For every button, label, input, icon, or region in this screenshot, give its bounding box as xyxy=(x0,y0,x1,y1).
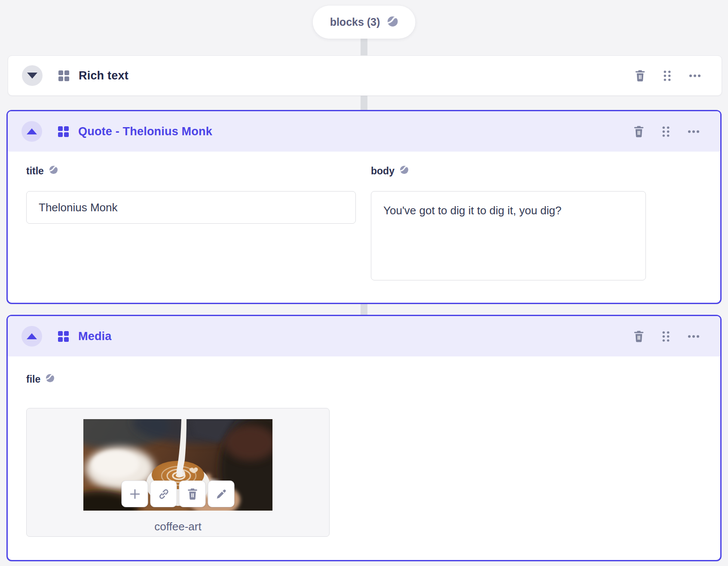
trash-icon xyxy=(633,126,644,137)
delete-block-button[interactable] xyxy=(632,124,646,139)
media-preview xyxy=(83,419,272,511)
body-textarea[interactable]: You've got to dig it to dig it, you dig? xyxy=(371,191,646,280)
trash-icon xyxy=(635,70,645,82)
drag-handle[interactable] xyxy=(660,124,672,139)
block-title: Media xyxy=(78,330,112,343)
more-options-button[interactable] xyxy=(687,72,703,79)
delete-block-button[interactable] xyxy=(632,329,646,344)
link-asset-button[interactable] xyxy=(150,481,177,507)
block-media-body: file xyxy=(8,356,720,560)
title-input[interactable] xyxy=(26,191,356,224)
add-asset-button[interactable] xyxy=(122,481,148,507)
chevron-up-icon xyxy=(27,333,37,339)
body-field-label: body xyxy=(371,165,409,177)
link-icon xyxy=(158,488,169,500)
entry-editor-canvas: blocks (3) Rich text xyxy=(0,0,728,566)
globe-icon xyxy=(387,16,398,29)
ellipsis-icon xyxy=(689,74,701,78)
field-label-text: file xyxy=(26,374,40,385)
ellipsis-icon xyxy=(688,335,700,338)
globe-icon xyxy=(400,165,409,177)
collapse-block-button[interactable] xyxy=(21,121,42,142)
asset-filename: coffee-art xyxy=(154,520,201,533)
globe-icon xyxy=(49,165,58,177)
block-media-header: Media xyxy=(8,316,720,356)
trash-icon xyxy=(633,331,644,342)
field-label-text: title xyxy=(26,165,44,177)
pencil-icon xyxy=(215,488,227,500)
drag-handle-icon xyxy=(661,331,670,342)
file-field-label: file xyxy=(26,374,55,385)
expand-block-button[interactable] xyxy=(22,65,43,86)
blocks-grid-icon xyxy=(58,126,69,137)
delete-block-button[interactable] xyxy=(633,68,647,83)
title-field-label: title xyxy=(26,165,58,177)
block-rich-text-header: Rich text xyxy=(8,56,722,95)
block-title: Rich text xyxy=(79,69,128,82)
block-actions xyxy=(632,124,701,139)
drag-handle-icon xyxy=(663,70,672,82)
collapse-block-button[interactable] xyxy=(21,326,42,347)
blocks-grid-icon xyxy=(58,331,69,342)
chevron-down-icon xyxy=(27,73,37,79)
block-actions xyxy=(633,68,703,83)
plus-icon xyxy=(129,488,141,500)
block-quote: Quote - Thelonius Monk title xyxy=(6,110,722,304)
block-rich-text: Rich text xyxy=(8,55,722,96)
drag-handle-icon xyxy=(661,126,670,137)
remove-asset-button[interactable] xyxy=(179,481,206,507)
ellipsis-icon xyxy=(688,130,700,134)
field-label-text: body xyxy=(371,165,395,177)
drag-handle[interactable] xyxy=(660,329,672,344)
more-options-button[interactable] xyxy=(686,128,701,135)
chevron-up-icon xyxy=(27,128,37,134)
drag-handle[interactable] xyxy=(661,68,673,83)
edit-asset-button[interactable] xyxy=(208,481,235,507)
trash-icon xyxy=(187,488,198,500)
block-actions xyxy=(632,329,701,344)
block-title: Quote - Thelonius Monk xyxy=(78,125,212,138)
file-upload-panel: coffee-art xyxy=(26,408,330,537)
media-action-toolbar xyxy=(122,481,235,507)
blocks-field-pill[interactable]: blocks (3) xyxy=(313,6,416,39)
block-quote-body: title body You've got to dig it to dig i… xyxy=(8,152,720,303)
more-options-button[interactable] xyxy=(686,333,701,340)
blocks-grid-icon xyxy=(58,70,69,81)
block-media: Media file xyxy=(6,315,722,561)
blocks-field-label: blocks (3) xyxy=(330,16,380,28)
block-quote-header: Quote - Thelonius Monk xyxy=(8,111,720,152)
globe-icon xyxy=(46,374,55,385)
